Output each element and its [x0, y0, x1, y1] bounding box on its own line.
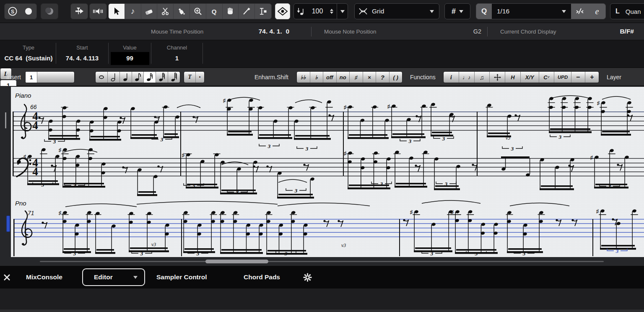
svg-text:66: 66 — [30, 104, 37, 110]
enharm-flat-button[interactable]: ♭ — [310, 72, 324, 83]
insert-preset-field[interactable]: 1 — [25, 71, 75, 83]
window-bottom-strip — [0, 309, 644, 312]
insert-velocity-value[interactable]: 100 — [305, 8, 330, 15]
dotted-note-button[interactable]: · — [196, 72, 204, 83]
tab-mixconsole[interactable]: MixConsole — [26, 266, 62, 289]
lower-zone-settings-button[interactable] — [303, 266, 312, 289]
staff-handle[interactable] — [5, 112, 6, 128]
quantize-preset-dropdown[interactable]: 1/16 — [492, 4, 571, 19]
insert-note-tool[interactable]: ♪ — [125, 4, 141, 19]
display-quantize-tool[interactable]: Q — [206, 4, 223, 19]
position-panel-button[interactable]: X/Y — [521, 72, 539, 83]
autoscroll-button[interactable] — [70, 3, 88, 19]
note-layer-display-button[interactable] — [275, 3, 290, 19]
enharm-parens-button[interactable]: ( ) — [390, 72, 402, 83]
horizontal-scrollbar-track[interactable] — [40, 261, 604, 262]
auto-layout-button[interactable] — [490, 72, 505, 83]
layers-eye-icon — [278, 7, 288, 16]
tab-editor[interactable]: Editor — [94, 266, 113, 289]
svg-text:3: 3 — [73, 250, 76, 257]
note-sixtyfourth-button[interactable] — [168, 72, 180, 83]
velocity-spinner[interactable] — [330, 9, 333, 14]
thirtysecond-note-icon — [158, 73, 165, 82]
layer-label: Layer — [607, 68, 621, 86]
tuplet-button[interactable]: T — [184, 72, 196, 83]
enharm-shift-label: Enharm.Shift — [254, 68, 288, 86]
info-line: Type CC 64 (Sustain) Start 74. 4. 4.113 … — [0, 40, 644, 68]
note-eighth-button[interactable] — [132, 72, 144, 83]
svg-text:♯: ♯ — [23, 153, 26, 160]
tab-sampler-control[interactable]: Sampler Control — [156, 266, 207, 289]
svg-text:3: 3 — [522, 250, 526, 257]
editor-tab-dropdown[interactable] — [133, 276, 138, 279]
quantize-button[interactable]: Q — [476, 4, 492, 19]
enharm-off-button[interactable]: off — [323, 72, 337, 83]
note-whole-button[interactable] — [96, 72, 108, 83]
object-selection-tool[interactable] — [109, 4, 125, 19]
enharm-sharp-button[interactable]: ♯ — [350, 72, 363, 83]
note-thirtysecond-button[interactable] — [156, 72, 168, 83]
info-channel-label: Channel — [152, 44, 202, 51]
solo-editor-button[interactable]: S — [5, 6, 21, 16]
horizontal-scrollbar-thumb[interactable] — [205, 260, 268, 263]
glue-tool[interactable] — [174, 4, 190, 19]
trim-icon — [259, 7, 267, 16]
erase-tool[interactable] — [141, 4, 158, 19]
open-quantize-panel-button[interactable]: e — [589, 4, 605, 19]
enlarge-button[interactable]: + — [585, 72, 599, 83]
draw-tool[interactable] — [239, 4, 255, 19]
enharm-double-sharp-button[interactable]: × — [363, 72, 377, 83]
chevron-down-icon — [430, 10, 434, 13]
insert-velocity-box: 100 — [293, 3, 348, 19]
info-channel-value[interactable]: 1 — [152, 55, 202, 62]
score-editor-window: S — [0, 0, 644, 312]
shrink-button[interactable]: − — [571, 72, 585, 83]
svg-text:3: 3 — [608, 183, 611, 190]
info-value-label: Value — [109, 44, 151, 51]
midi-input-button[interactable] — [41, 3, 58, 19]
active-staff-marker[interactable] — [6, 216, 10, 232]
tab-chord-pads[interactable]: Chord Pads — [244, 266, 280, 289]
svg-text:4: 4 — [32, 165, 38, 178]
iterative-quantize-button[interactable] — [571, 4, 589, 19]
enharm-no-button[interactable]: no — [337, 72, 350, 83]
grid-type-dropdown[interactable]: # — [444, 3, 470, 19]
trim-tool[interactable] — [255, 4, 271, 19]
svg-text:3: 3 — [284, 250, 288, 257]
move-icon — [494, 74, 501, 81]
get-info-button[interactable]: i — [444, 72, 459, 83]
notation-canvas: 4444♯♯♯♯♯♯♯♯♯♯♯♯♯33333333333333333333333… — [11, 87, 644, 257]
chord-display-value: B/F# — [595, 28, 634, 35]
svg-text:♯: ♯ — [344, 104, 347, 110]
velocity-preset-dropdown[interactable] — [337, 4, 348, 19]
update-button[interactable]: UPD — [554, 72, 571, 83]
svg-text:3: 3 — [160, 136, 164, 143]
close-lower-zone-button[interactable] — [3, 266, 10, 289]
snap-type-dropdown[interactable]: Grid — [354, 3, 439, 19]
tool-strip: ♪ — [108, 3, 272, 19]
snap-type-value: Grid — [372, 8, 384, 15]
svg-text:♯: ♯ — [223, 97, 226, 104]
layout-hand-tool[interactable] — [223, 4, 239, 19]
info-value-value[interactable]: 99 — [109, 55, 151, 62]
group-notes-button[interactable]: ♫ — [475, 72, 490, 83]
score-paper[interactable]: 4444♯♯♯♯♯♯♯♯♯♯♯♯♯33333333333333333333333… — [11, 87, 644, 257]
note-sixteenth-button[interactable] — [144, 72, 156, 83]
hide-button[interactable]: H — [505, 72, 521, 83]
info-type-value[interactable]: CC 64 (Sustain) — [2, 55, 55, 62]
mouse-note-label: Mouse Note Position — [324, 29, 377, 35]
chord-display-label: Current Chord Display — [500, 29, 556, 35]
split-tool[interactable] — [157, 4, 174, 19]
info-start-value[interactable]: 74. 4. 4.113 — [57, 55, 108, 62]
length-quantize-dropdown[interactable]: L Quan — [610, 3, 644, 19]
zoom-tool[interactable] — [190, 4, 206, 19]
acoustic-feedback-button[interactable] — [89, 3, 107, 19]
half-note-icon — [111, 73, 117, 82]
enharm-help-button[interactable]: ? — [376, 72, 390, 83]
flip-stems-button[interactable]: ♩♪ — [459, 72, 475, 83]
record-in-editor-button[interactable] — [21, 7, 36, 16]
note-quarter-button[interactable] — [120, 72, 132, 83]
note-half-button[interactable] — [108, 72, 120, 83]
make-chord-button[interactable]: C⁷ — [539, 72, 555, 83]
enharm-double-flat-button[interactable]: ♭♭ — [297, 72, 310, 83]
